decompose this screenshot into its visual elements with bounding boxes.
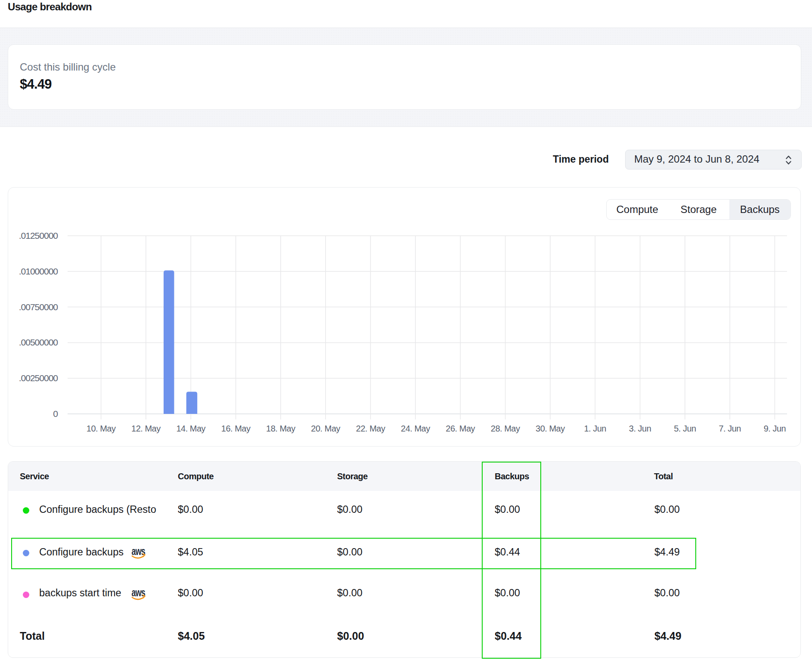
svg-text:7. Jun: 7. Jun <box>719 424 741 433</box>
svg-text:28. May: 28. May <box>491 424 520 433</box>
svg-text:.00250000: .00250000 <box>19 373 58 383</box>
svg-text:3. Jun: 3. Jun <box>629 424 651 433</box>
svg-text:18. May: 18. May <box>266 424 295 433</box>
svg-text:12. May: 12. May <box>131 424 161 433</box>
svg-text:20. May: 20. May <box>311 424 340 433</box>
svg-text:.01250000: .01250000 <box>19 231 58 240</box>
svg-text:22. May: 22. May <box>356 424 385 433</box>
svg-text:.01000000: .01000000 <box>19 266 58 276</box>
svg-text:16. May: 16. May <box>221 424 251 433</box>
svg-text:1. Jun: 1. Jun <box>584 424 606 433</box>
svg-text:26. May: 26. May <box>446 424 475 433</box>
svg-text:.00500000: .00500000 <box>19 337 58 347</box>
svg-text:24. May: 24. May <box>401 424 430 433</box>
svg-text:14. May: 14. May <box>176 424 205 433</box>
svg-text:30. May: 30. May <box>536 424 565 433</box>
svg-text:0: 0 <box>53 409 58 419</box>
svg-text:5. Jun: 5. Jun <box>674 424 696 433</box>
svg-text:9. Jun: 9. Jun <box>764 424 786 433</box>
svg-text:10. May: 10. May <box>87 424 116 433</box>
svg-text:.00750000: .00750000 <box>19 302 58 312</box>
